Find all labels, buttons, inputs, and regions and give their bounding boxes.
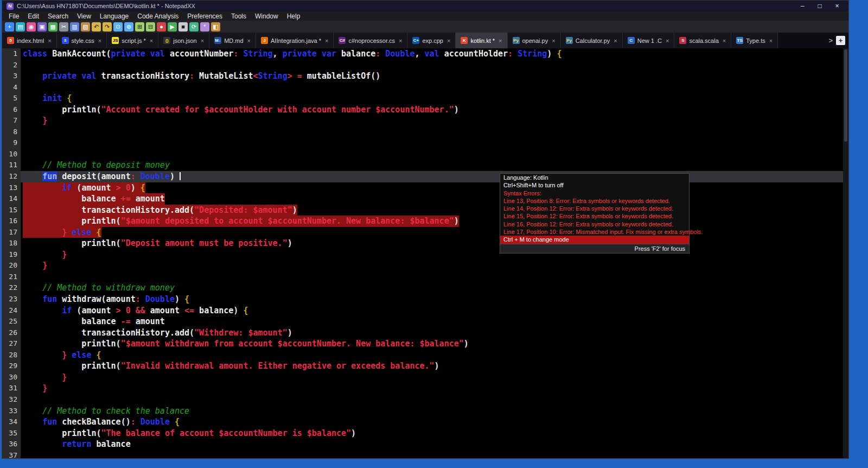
code-area[interactable]: class BankAccount(private val accountNum… — [21, 48, 848, 458]
code-line[interactable]: init { — [21, 93, 848, 104]
menu-item-preferences[interactable]: Preferences — [183, 12, 227, 20]
tab-close-icon[interactable]: × — [666, 37, 669, 44]
tab-close-icon[interactable]: × — [48, 37, 51, 44]
tab-close-icon[interactable]: × — [201, 37, 204, 44]
line-number[interactable]: 31 — [2, 383, 17, 394]
tab-openai-py[interactable]: Pyopenai.py× — [508, 33, 561, 48]
line-number[interactable]: 24 — [2, 305, 17, 317]
line-number[interactable]: 12 — [2, 171, 17, 182]
line-number[interactable]: 26 — [2, 327, 17, 339]
line-number[interactable]: 34 — [2, 416, 17, 428]
settings-icon[interactable]: * — [200, 22, 209, 31]
menu-item-help[interactable]: Help — [283, 12, 305, 20]
code-line[interactable] — [21, 450, 848, 458]
line-number[interactable]: 18 — [2, 238, 17, 249]
tab-kotlin-kt[interactable]: Kkotlin.kt *× — [456, 33, 507, 48]
line-number[interactable]: 3 — [2, 71, 17, 82]
line-number[interactable]: 10 — [2, 149, 17, 160]
tab-scala-scala[interactable]: Sscala.scala× — [674, 33, 731, 48]
tab-close-icon[interactable]: × — [552, 37, 555, 44]
code-line[interactable] — [21, 127, 848, 138]
line-number[interactable]: 2 — [2, 60, 17, 71]
line-number[interactable]: 14 — [2, 193, 17, 205]
menu-item-view[interactable]: View — [73, 12, 95, 20]
tab-new-1-c[interactable]: CNew 1 .C× — [623, 33, 675, 48]
code-line[interactable]: } — [21, 249, 848, 261]
tab-type-ts[interactable]: TSType.ts× — [731, 33, 778, 48]
scrollbar-thumb[interactable] — [844, 49, 847, 142]
code-line[interactable]: } — [21, 383, 848, 394]
line-number[interactable]: 25 — [2, 316, 17, 327]
tab-exp-cpp[interactable]: C+exp.cpp× — [407, 33, 456, 48]
code-line[interactable]: // Method to deposit money — [21, 160, 848, 171]
code-line[interactable]: println("The balance of account $account… — [21, 428, 848, 439]
code-line[interactable] — [21, 82, 848, 93]
line-number[interactable]: 33 — [2, 406, 17, 417]
close-button[interactable]: × — [830, 2, 844, 10]
line-number[interactable]: 29 — [2, 361, 17, 372]
tab-close-icon[interactable]: × — [98, 37, 101, 44]
zoom-out-icon[interactable]: ⊟ — [146, 22, 155, 31]
code-line[interactable]: println("Account created for $accountHol… — [21, 104, 848, 116]
line-number[interactable]: 5 — [2, 93, 17, 104]
tab-script-js[interactable]: JSscript.js *× — [107, 33, 158, 48]
line-number[interactable]: 32 — [2, 394, 17, 406]
line-number[interactable]: 21 — [2, 271, 17, 283]
record-macro-icon[interactable]: ● — [157, 22, 166, 31]
stop-macro-icon[interactable]: ■ — [178, 22, 188, 31]
play-macro-icon[interactable]: ▶ — [168, 22, 177, 31]
menu-item-tools[interactable]: Tools — [227, 12, 251, 20]
line-number[interactable]: 16 — [2, 216, 17, 227]
new-file-icon[interactable]: + — [5, 22, 14, 31]
zoom-in-icon[interactable]: ⊞ — [135, 22, 144, 31]
code-line[interactable]: private val transactionHistory: MutableL… — [21, 71, 848, 82]
code-line[interactable] — [21, 60, 848, 71]
print-icon[interactable]: ▦ — [48, 22, 58, 31]
maximize-button[interactable]: □ — [813, 2, 827, 10]
tab-json-json[interactable]: {}json.json× — [158, 33, 209, 48]
code-line[interactable]: } — [21, 260, 848, 271]
undo-icon[interactable]: ↶ — [92, 22, 101, 31]
save-all-icon[interactable]: ▣ — [37, 22, 47, 31]
tab-close-icon[interactable]: × — [247, 37, 251, 44]
tab-close-icon[interactable]: × — [723, 37, 726, 44]
tab-calculator-py[interactable]: PyCalculator.py× — [561, 33, 623, 48]
menu-item-file[interactable]: File — [4, 12, 23, 20]
code-line[interactable]: println("Deposit amount must be positive… — [21, 238, 848, 249]
line-number[interactable]: 13 — [2, 182, 17, 194]
save-icon[interactable]: ◉ — [27, 22, 36, 31]
line-number[interactable]: 1 — [2, 48, 17, 60]
menu-item-language[interactable]: Language — [95, 12, 133, 20]
line-number[interactable]: 35 — [2, 428, 17, 439]
code-line[interactable]: } — [21, 372, 848, 383]
code-line[interactable]: if (amount > 0 && amount <= balance) { — [21, 305, 848, 317]
minimize-button[interactable]: – — [795, 2, 809, 10]
find-icon[interactable]: ⊙ — [113, 22, 123, 31]
menu-item-window[interactable]: Window — [251, 12, 283, 20]
code-line[interactable] — [21, 394, 848, 406]
line-number[interactable]: 27 — [2, 338, 17, 350]
line-number[interactable]: 7 — [2, 115, 17, 127]
line-number[interactable]: 23 — [2, 294, 17, 305]
line-number[interactable]: 4 — [2, 82, 17, 93]
code-line[interactable] — [21, 271, 848, 283]
title-bar[interactable]: N C:\Users\Asus HN7180T\Documents\DEMO\k… — [2, 1, 848, 11]
code-line[interactable]: fun deposit(amount: Double) — [21, 171, 848, 182]
menu-item-search[interactable]: Search — [43, 12, 73, 20]
code-line[interactable]: return balance — [21, 439, 848, 450]
paste-icon[interactable]: ▧ — [81, 22, 90, 31]
tab-close-icon[interactable]: × — [325, 37, 328, 44]
tab-close-icon[interactable]: × — [499, 37, 502, 44]
code-line[interactable]: fun withdraw(amount: Double) { — [21, 294, 848, 305]
code-line[interactable]: transactionHistory.add("Withdrew: $amoun… — [21, 327, 848, 339]
tab-close-icon[interactable]: × — [614, 37, 617, 44]
line-number[interactable]: 30 — [2, 372, 17, 383]
code-line[interactable]: println("$amount withdrawn from account … — [21, 338, 848, 350]
tab-style-css[interactable]: 3style.css× — [57, 33, 107, 48]
code-line[interactable]: } else { — [21, 350, 848, 361]
line-number[interactable]: 6 — [2, 104, 17, 116]
line-number[interactable]: 17 — [2, 227, 17, 238]
tab-md-md[interactable]: M↓MD.md× — [209, 33, 256, 48]
replace-icon[interactable]: ⊕ — [124, 22, 133, 31]
code-line[interactable]: if (amount > 0) { — [21, 182, 848, 194]
